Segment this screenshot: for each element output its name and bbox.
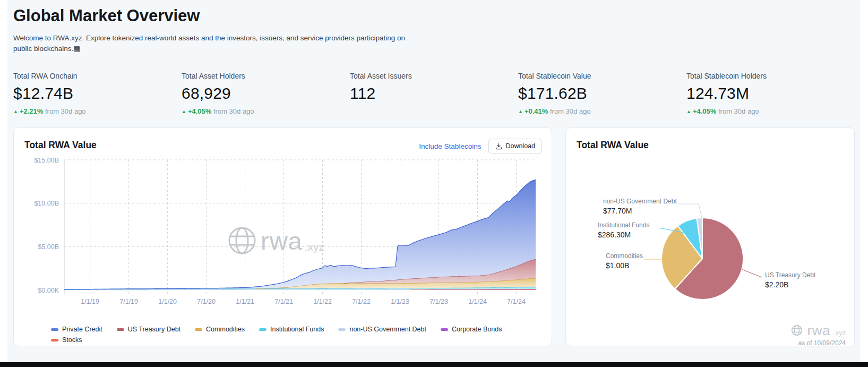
stat-delta-pct: +0.41%	[525, 107, 548, 115]
stat-delta-suffix: from 30d ago	[550, 107, 591, 115]
stat-value: 68,929	[182, 84, 350, 103]
stat-value: $12.74B	[13, 84, 182, 103]
legend-swatch	[51, 328, 58, 331]
up-triangle-icon: ▲	[182, 109, 186, 114]
legend-item-commodities[interactable]: Commodities	[195, 326, 245, 333]
legend-label: US Treasury Debt	[128, 326, 181, 333]
legend-swatch	[117, 328, 124, 331]
y-tick-label: $10.00B	[34, 200, 59, 207]
x-tick-label: 1/1/19	[81, 298, 99, 305]
up-triangle-icon: ▲	[518, 109, 523, 114]
y-tick-label: $5.00B	[38, 243, 59, 251]
pie-label-institutional-funds: Institutional Funds $286.30M	[598, 221, 649, 239]
stat-delta-pct: +4.05%	[188, 107, 211, 115]
legend-swatch	[441, 328, 448, 331]
legend-item-stocks[interactable]: Stocks	[51, 336, 82, 344]
pie-label-name: Commodities	[606, 252, 643, 260]
stat-delta-pct: +4.05%	[693, 107, 716, 115]
stat-delta: ▲+2.21% from 30d ago	[13, 107, 182, 115]
rwa-value-area-chart[interactable]: $0.00K$5.00B$10.00B$15.00B1/1/197/1/191/…	[14, 152, 553, 318]
leader-line-non-us-government-debt	[678, 204, 702, 218]
as-of-date: as of 10/09/2024	[798, 339, 846, 347]
legend-label: Private Credit	[62, 326, 102, 333]
x-tick-label: 1/1/21	[236, 298, 254, 305]
x-tick-label: 7/1/20	[197, 298, 216, 305]
legend-item-corporate-bonds[interactable]: Corporate Bonds	[441, 326, 502, 333]
right-gutter	[860, 0, 868, 362]
stat-value: 124.73M	[686, 84, 855, 103]
download-icon	[495, 143, 502, 150]
legend-swatch	[195, 328, 202, 331]
download-button-label: Download	[505, 142, 535, 150]
x-tick-label: 7/1/23	[429, 298, 448, 305]
legend-swatch	[338, 328, 346, 331]
stat-label: Total Asset Holders	[182, 72, 350, 80]
stat-value: $171.62B	[518, 84, 686, 103]
pie-label-non-us-government-debt: non-US Government Debt $77.70M	[603, 197, 677, 215]
pie-label-value: $2.20B	[765, 280, 815, 289]
y-tick-label: $15.00B	[34, 157, 59, 164]
stat-value: 112	[350, 84, 518, 103]
stat-label: Total RWA Onchain	[13, 72, 182, 80]
pie-label-value: $77.70M	[603, 207, 677, 215]
legend-swatch	[259, 328, 267, 331]
x-tick-label: 7/1/21	[274, 298, 293, 305]
pie-label-commodities: Commodities $1.00B	[606, 252, 643, 270]
x-tick-label: 7/1/24	[507, 298, 526, 305]
x-tick-label: 7/1/22	[352, 298, 371, 305]
x-tick-label: 1/1/22	[313, 298, 332, 305]
download-button[interactable]: Download	[488, 139, 542, 153]
stat-delta-suffix: from 30d ago	[45, 107, 86, 115]
pie-label-name: Institutional Funds	[598, 221, 649, 229]
stat-total-stablecoin-value: Total Stablecoin Value $171.62B ▲+0.41% …	[518, 72, 686, 115]
pie-label-name: non-US Government Debt	[603, 197, 677, 206]
legend-item-us-treasury-debt[interactable]: US Treasury Debt	[117, 326, 181, 333]
stats-row: Total RWA Onchain $12.74B ▲+2.21% from 3…	[13, 72, 855, 115]
legend-label: Corporate Bonds	[452, 326, 502, 333]
stat-label: Total Stablecoin Value	[518, 72, 686, 80]
page-subtitle-line2: public blockchains.▦	[13, 45, 80, 53]
legend-item-private-credit[interactable]: Private Credit	[51, 326, 102, 333]
page-subtitle-line1: Welcome to RWA.xyz. Explore tokenized re…	[13, 34, 405, 42]
legend-swatch	[51, 339, 58, 342]
x-tick-label: 7/1/19	[119, 298, 138, 305]
stat-total-asset-issuers: Total Asset Issuers 112	[350, 72, 518, 115]
bottom-dark-bar	[0, 362, 868, 367]
pie-label-name: US Treasury Debt	[765, 271, 815, 279]
stat-delta-suffix: from 30d ago	[213, 107, 254, 115]
stat-delta-suffix: from 30d ago	[718, 107, 759, 115]
stat-delta: ▲+4.05% from 30d ago	[182, 107, 350, 115]
total-rwa-value-area-card: Total RWA Value Include Stablecoins Down…	[13, 127, 552, 346]
up-triangle-icon: ▲	[686, 109, 691, 114]
stat-label: Total Stablecoin Holders	[686, 72, 855, 80]
legend-label: Stocks	[62, 336, 82, 344]
pie-label-value: $286.30M	[598, 231, 649, 239]
area-card-actions: Include Stablecoins Download	[419, 139, 542, 153]
total-rwa-value-pie-card: Total RWA Value non-US Government Debt $…	[565, 127, 855, 346]
stat-delta: ▲+4.05% from 30d ago	[686, 107, 855, 115]
legend-item-institutional-funds[interactable]: Institutional Funds	[259, 326, 324, 333]
leader-line-us-treasury-debt	[742, 269, 762, 277]
stat-total-rwa-onchain: Total RWA Onchain $12.74B ▲+2.21% from 3…	[13, 72, 182, 115]
include-stablecoins-link[interactable]: Include Stablecoins	[419, 142, 481, 150]
area-private-credit	[64, 180, 536, 289]
legend-label: Institutional Funds	[270, 326, 324, 333]
stat-delta: ▲+0.41% from 30d ago	[518, 107, 686, 115]
page-title: Global Market Overview	[13, 6, 200, 25]
pie-label-value: $1.00B	[606, 261, 643, 270]
area-chart-legend: Private CreditUS Treasury DebtCommoditie…	[51, 326, 547, 344]
y-tick-label: $0.00K	[38, 287, 59, 294]
x-tick-label: 1/1/23	[391, 298, 409, 305]
pie-label-us-treasury-debt: US Treasury Debt $2.20B	[765, 271, 815, 289]
x-tick-label: 1/1/24	[468, 298, 487, 305]
area-card-title: Total RWA Value	[24, 140, 97, 151]
stat-delta-pct: +2.21%	[20, 107, 43, 115]
stat-total-asset-holders: Total Asset Holders 68,929 ▲+4.05% from …	[182, 72, 350, 115]
stat-label: Total Asset Issuers	[350, 72, 518, 80]
stat-total-stablecoin-holders: Total Stablecoin Holders 124.73M ▲+4.05%…	[686, 72, 855, 115]
page: Global Market Overview Welcome to RWA.xy…	[0, 0, 868, 367]
legend-item-non-us-government-debt[interactable]: non-US Government Debt	[338, 326, 426, 333]
page-subtitle: Welcome to RWA.xyz. Explore tokenized re…	[13, 33, 422, 54]
legend-label: Commodities	[206, 326, 245, 333]
x-tick-label: 1/1/20	[158, 298, 177, 305]
